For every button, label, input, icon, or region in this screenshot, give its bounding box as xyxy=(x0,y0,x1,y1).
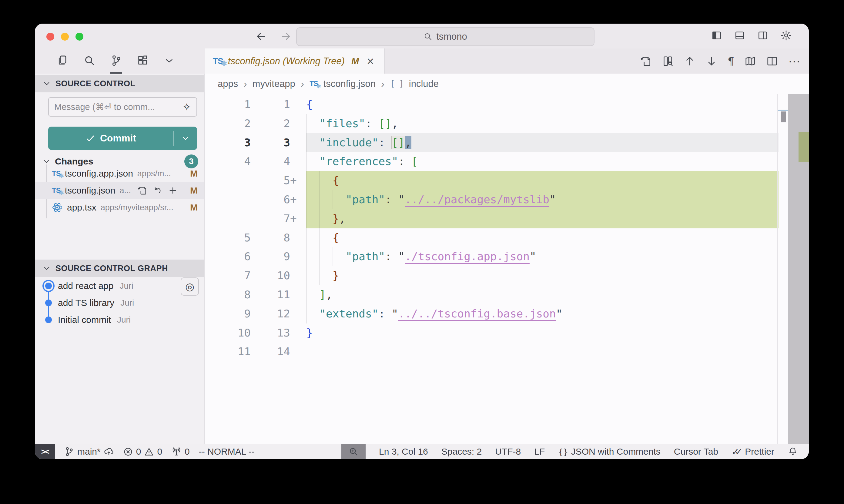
language-mode-item[interactable]: {} JSON with Comments xyxy=(558,447,660,457)
code-token: : xyxy=(378,136,391,149)
cursor-position-item[interactable]: Ln 3, Col 16 xyxy=(379,447,428,457)
activity-more[interactable] xyxy=(163,49,175,74)
more-actions-icon[interactable]: ⋯ xyxy=(788,54,801,68)
code-token: { xyxy=(332,174,339,186)
typescript-config-icon: TS✱ xyxy=(52,186,61,195)
settings-gear-icon[interactable] xyxy=(780,30,792,41)
activity-extensions[interactable] xyxy=(137,49,149,74)
cursor-tab-item[interactable]: Cursor Tab xyxy=(674,447,718,457)
code-line[interactable]: 5+{ xyxy=(205,171,809,190)
forward-arrow-icon[interactable] xyxy=(279,30,292,42)
modified-line-number: 4 xyxy=(251,152,290,171)
code-line[interactable]: 22"files": [], xyxy=(205,114,809,133)
toggle-secondary-sidebar-icon[interactable] xyxy=(757,30,768,41)
branch-status-item[interactable]: main* xyxy=(64,447,114,457)
code-line[interactable]: 1114 xyxy=(205,342,809,361)
code-line[interactable]: 69"path": "./tsconfig.app.json" xyxy=(205,247,809,266)
code-line[interactable]: 1013} xyxy=(205,323,809,343)
split-editor-icon[interactable] xyxy=(767,55,778,67)
stage-changes-icon[interactable] xyxy=(168,186,178,195)
code-line[interactable]: 912"extends": "../../tsconfig.base.json" xyxy=(205,304,809,323)
commit-message-input[interactable]: Message (⌘⏎ to comm... ✧ xyxy=(48,97,197,116)
vim-mode-indicator[interactable]: -- NORMAL -- xyxy=(199,447,255,457)
indent-guide xyxy=(306,228,307,248)
check-icon xyxy=(86,133,95,143)
indent-guide xyxy=(319,171,320,190)
goto-current-history-item-button[interactable]: ◎ xyxy=(181,277,199,295)
editor-scrollbar[interactable] xyxy=(788,94,809,444)
tab-bar: TS✱ tsconfig.json (Working Tree) M × ¶ xyxy=(205,49,809,74)
code-line[interactable]: 811], xyxy=(205,285,809,304)
source-control-section-header[interactable]: SOURCE CONTROL xyxy=(35,75,204,92)
open-file-icon[interactable] xyxy=(138,186,147,195)
activity-explorer[interactable] xyxy=(57,49,69,74)
toggle-panel-icon[interactable] xyxy=(734,30,745,41)
inline-diff-toggle-icon[interactable] xyxy=(662,55,674,67)
code-line[interactable]: 6+"path": "../../packages/mytslib" xyxy=(205,190,809,209)
code-line[interactable]: 44"references": [ xyxy=(205,152,809,171)
breadcrumb-apps[interactable]: apps xyxy=(218,78,238,89)
discard-changes-icon[interactable] xyxy=(153,186,162,195)
code-line[interactable]: 710} xyxy=(205,266,809,285)
open-file-icon[interactable] xyxy=(640,55,652,67)
breadcrumbs[interactable]: apps › myviteapp › TS✱ tsconfig.json › [… xyxy=(205,74,809,94)
changed-file-tsconfig[interactable]: TS✱ tsconfig.json a... M xyxy=(35,182,204,199)
double-check-icon: ✓✓ xyxy=(731,447,738,457)
changed-file-app-tsx[interactable]: app.tsx apps/myviteapp/sr... M xyxy=(35,199,204,216)
source-control-graph-header[interactable]: SOURCE CONTROL GRAPH xyxy=(35,259,204,277)
indent-guide xyxy=(319,209,320,228)
minimize-window-button[interactable] xyxy=(61,33,69,41)
code-token: "extends" xyxy=(319,307,378,320)
added-line-plus xyxy=(290,342,297,361)
commit-button[interactable]: Commit xyxy=(48,127,197,150)
code-line[interactable]: 58{ xyxy=(205,228,809,248)
tab-tsconfig-working-tree[interactable]: TS✱ tsconfig.json (Working Tree) M × xyxy=(205,49,385,74)
breadcrumb-tsconfig[interactable]: tsconfig.json xyxy=(324,78,376,89)
ports-status-item[interactable]: 0 xyxy=(171,447,190,457)
commit-label: Initial commit xyxy=(58,315,111,325)
close-window-button[interactable] xyxy=(46,33,54,41)
back-arrow-icon[interactable] xyxy=(255,30,268,42)
next-change-icon[interactable] xyxy=(706,55,717,67)
error-count: 0 xyxy=(136,447,141,457)
breadcrumb-include[interactable]: include xyxy=(409,78,439,89)
code-line-content: { xyxy=(306,95,778,114)
breadcrumb-myviteapp[interactable]: myviteapp xyxy=(253,78,295,89)
code-token: , xyxy=(339,212,346,225)
code-line[interactable]: 33"include": [], xyxy=(205,133,809,152)
react-icon xyxy=(52,202,63,213)
maximize-window-button[interactable] xyxy=(75,33,83,41)
code-lines: 11{22"files": [],33"include": [],44"refe… xyxy=(205,95,809,361)
remote-indicator[interactable]: >< xyxy=(35,444,55,459)
eol-item[interactable]: LF xyxy=(534,447,545,457)
source-control-graph-title: SOURCE CONTROL GRAPH xyxy=(55,264,168,273)
formatter-item[interactable]: ✓✓ Prettier xyxy=(731,447,774,457)
close-tab-icon[interactable]: × xyxy=(367,55,374,67)
code-line[interactable]: 7+}, xyxy=(205,209,809,228)
commit-row-add-ts-library[interactable]: add TS library Juri xyxy=(35,294,204,311)
commit-row-add-react-app[interactable]: add react app Juri xyxy=(35,277,204,294)
problems-status-item[interactable]: 0 0 xyxy=(123,447,162,457)
zoom-status-item[interactable] xyxy=(341,444,366,459)
encoding-item[interactable]: UTF-8 xyxy=(495,447,521,457)
notifications-bell-icon[interactable] xyxy=(788,447,798,457)
previous-change-icon[interactable] xyxy=(684,55,695,67)
titlebar: tsmono xyxy=(35,24,809,49)
activity-search[interactable] xyxy=(83,49,96,74)
code-line-content: }, xyxy=(306,209,778,228)
code-line[interactable]: 11{ xyxy=(205,95,809,114)
changed-file-tsconfig-app[interactable]: TS✱ tsconfig.app.json apps/m... M xyxy=(35,165,204,182)
toggle-primary-sidebar-icon[interactable] xyxy=(711,30,722,41)
map-icon[interactable] xyxy=(744,55,756,67)
commit-row-initial-commit[interactable]: Initial commit Juri xyxy=(35,311,204,328)
command-center-search[interactable]: tsmono xyxy=(296,27,595,46)
commit-dropdown-button[interactable] xyxy=(174,134,197,143)
indentation-item[interactable]: Spaces: 2 xyxy=(442,447,482,457)
code-line-content: } xyxy=(306,266,778,285)
render-whitespace-icon[interactable]: ¶ xyxy=(728,55,734,67)
typescript-config-icon: TS✱ xyxy=(52,169,61,178)
activity-source-control[interactable] xyxy=(110,49,122,74)
added-line-plus: + xyxy=(290,171,297,190)
code-token: : xyxy=(385,193,398,206)
sparkle-ai-icon[interactable]: ✧ xyxy=(183,101,191,113)
